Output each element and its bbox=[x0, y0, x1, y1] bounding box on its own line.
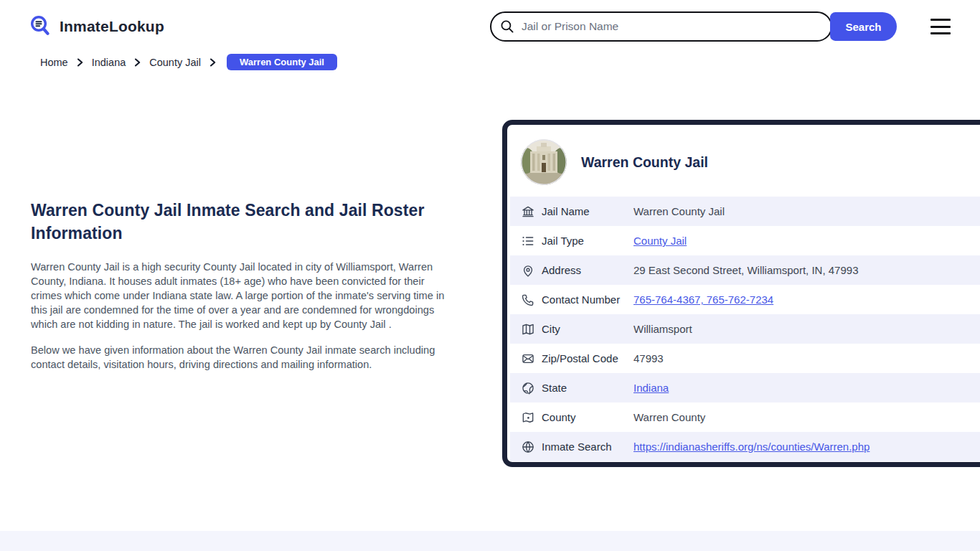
chevron-right-icon bbox=[209, 58, 217, 67]
table-row-state: State Indiana bbox=[510, 373, 980, 402]
county-map-icon bbox=[521, 410, 535, 425]
card-header: Warren County Jail bbox=[510, 128, 980, 197]
table-row-contact-number: Contact Number 765-764-4367, 765-762-723… bbox=[510, 285, 980, 314]
row-label: Contact Number bbox=[542, 293, 633, 306]
web-icon bbox=[521, 440, 535, 454]
chevron-right-icon bbox=[76, 58, 84, 67]
breadcrumb: Home Indiana County Jail Warren County J… bbox=[40, 54, 337, 70]
state-link[interactable]: Indiana bbox=[633, 382, 669, 394]
jail-details-table: Jail Name Warren County Jail Jail Type C… bbox=[510, 197, 980, 461]
table-row-zip: Zip/Postal Code 47993 bbox=[510, 344, 980, 373]
row-value: Williamsport bbox=[633, 323, 692, 335]
breadcrumb-indiana[interactable]: Indiana bbox=[92, 57, 126, 68]
search-bar: Search bbox=[490, 11, 897, 42]
table-row-jail-type: Jail Type County Jail bbox=[510, 226, 980, 255]
main-content: Warren County Jail Inmate Search and Jai… bbox=[31, 199, 453, 372]
jail-type-link[interactable]: County Jail bbox=[633, 235, 687, 247]
jail-info-card: Warren County Jail Jail Name Warren Coun… bbox=[502, 120, 980, 467]
row-value: Warren County bbox=[633, 411, 705, 423]
search-input[interactable] bbox=[490, 11, 832, 42]
row-value: 29 East Second Street, Williamsport, IN,… bbox=[633, 264, 858, 276]
row-label: Inmate Search bbox=[542, 441, 633, 453]
table-row-county: County Warren County bbox=[510, 402, 980, 432]
chevron-right-icon bbox=[133, 58, 141, 67]
map-icon bbox=[521, 322, 535, 336]
table-row-address: Address 29 East Second Street, Williamsp… bbox=[510, 255, 980, 285]
row-label: State bbox=[542, 382, 633, 394]
map-pin-icon bbox=[521, 263, 535, 278]
logo-text: InmateLookup bbox=[60, 18, 164, 35]
phone-icon bbox=[521, 293, 535, 307]
footer-strip bbox=[0, 531, 980, 551]
row-value: 47993 bbox=[633, 352, 664, 364]
list-icon bbox=[521, 234, 535, 248]
contact-number-link[interactable]: 765-764-4367, 765-762-7234 bbox=[633, 293, 773, 306]
inmate-search-link[interactable]: https://indianasheriffs.org/ns/counties/… bbox=[633, 441, 870, 453]
jail-photo bbox=[521, 139, 567, 185]
table-row-city: City Williamsport bbox=[510, 314, 980, 344]
row-label: Zip/Postal Code bbox=[542, 352, 633, 364]
globe-icon bbox=[521, 381, 535, 395]
menu-icon[interactable] bbox=[930, 19, 951, 34]
breadcrumb-county-jail[interactable]: County Jail bbox=[149, 57, 201, 68]
info-paragraph: Below we have given information about th… bbox=[31, 343, 453, 372]
row-label: Jail Name bbox=[542, 205, 633, 217]
breadcrumb-home[interactable]: Home bbox=[40, 57, 68, 68]
row-label: County bbox=[542, 411, 633, 423]
page-title: Warren County Jail Inmate Search and Jai… bbox=[31, 199, 453, 245]
breadcrumb-current-badge[interactable]: Warren County Jail bbox=[227, 54, 337, 70]
row-value: Warren County Jail bbox=[633, 205, 725, 217]
bank-icon bbox=[521, 204, 535, 219]
logo[interactable]: InmateLookup bbox=[29, 14, 164, 39]
table-row-inmate-search: Inmate Search https://indianasheriffs.or… bbox=[510, 432, 980, 461]
row-label: City bbox=[542, 323, 633, 335]
table-row-jail-name: Jail Name Warren County Jail bbox=[510, 197, 980, 226]
page: InmateLookup Search Home Indiana County … bbox=[0, 0, 980, 551]
card-title: Warren County Jail bbox=[581, 154, 708, 171]
row-label: Address bbox=[542, 264, 633, 276]
row-label: Jail Type bbox=[542, 235, 633, 247]
intro-paragraph: Warren County Jail is a high security Co… bbox=[31, 260, 453, 331]
search-button[interactable]: Search bbox=[830, 12, 897, 41]
mail-icon bbox=[521, 352, 535, 366]
logo-search-icon bbox=[29, 14, 53, 39]
